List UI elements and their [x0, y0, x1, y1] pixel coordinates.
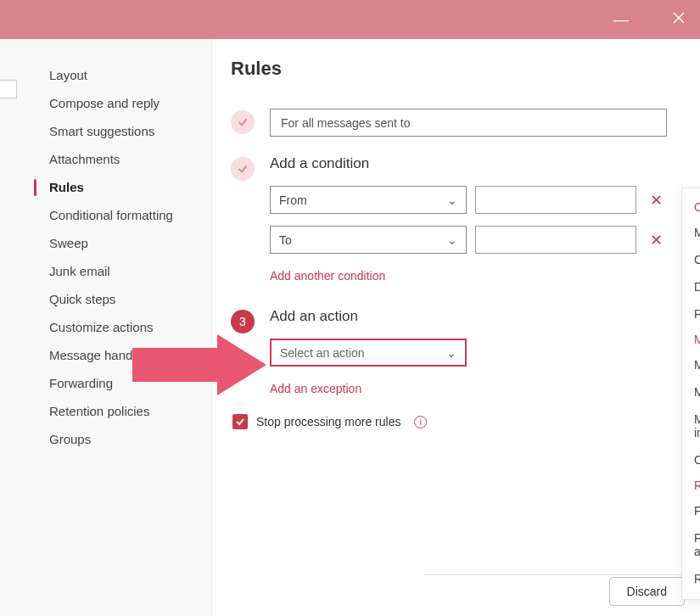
window-titlebar: — — [0, 0, 700, 39]
settings-sidebar: LayoutCompose and replySmart suggestions… — [0, 39, 212, 616]
sidebar-item[interactable]: Retention policies — [39, 397, 211, 425]
page-title: Rules — [231, 58, 680, 80]
remove-condition-icon[interactable]: ✕ — [650, 191, 663, 210]
menu-group-header: Mark message — [682, 328, 700, 351]
menu-option[interactable]: Copy to — [682, 246, 700, 273]
condition-row: From ⌄ ✕ — [270, 186, 680, 214]
chevron-down-icon: ⌄ — [446, 346, 456, 360]
dialog-footer: Discard — [609, 577, 685, 606]
stop-processing-checkbox[interactable] — [232, 414, 248, 429]
sidebar-item[interactable]: Junk email — [39, 257, 211, 285]
add-exception-link[interactable]: Add an exception — [270, 382, 361, 395]
sidebar-item[interactable]: Smart suggestions — [39, 117, 211, 145]
sidebar-item[interactable]: Message handling — [39, 341, 211, 369]
menu-option[interactable]: Mark as read — [682, 351, 700, 378]
discard-button[interactable]: Discard — [609, 577, 685, 606]
sidebar-item[interactable]: Customize actions — [39, 313, 211, 341]
remove-condition-icon[interactable]: ✕ — [650, 231, 663, 249]
menu-option[interactable]: Pin to top — [682, 300, 700, 328]
step-scope — [231, 109, 680, 137]
step-check-icon — [231, 110, 255, 134]
scope-input[interactable] — [270, 109, 667, 137]
step-number-badge: 3 — [231, 310, 255, 333]
sidebar-item[interactable]: Sweep — [39, 229, 211, 257]
step-title: Add a condition — [270, 155, 680, 172]
step-action: 3 Add an action Select an action ⌄ Add a… — [231, 308, 680, 395]
sidebar-item[interactable]: Conditional formatting — [39, 201, 211, 229]
step-condition: Add a condition From ⌄ ✕ To ⌄ ✕ — [231, 155, 680, 283]
menu-group-header: Route — [682, 473, 700, 497]
info-icon[interactable]: i — [414, 416, 427, 428]
close-icon[interactable] — [673, 12, 685, 27]
sidebar-item[interactable]: Rules — [39, 173, 211, 201]
stop-processing-label: Stop processing more rules — [256, 415, 400, 428]
menu-option[interactable]: Mark with importance — [682, 406, 700, 446]
menu-option[interactable]: Forward to — [682, 497, 700, 524]
sidebar-item[interactable]: Forwarding — [39, 369, 211, 397]
rules-pane: Rules Add a condition From ⌄ — [212, 39, 700, 616]
sidebar-item[interactable]: Compose and reply — [39, 89, 211, 117]
action-placeholder: Select an action — [280, 346, 365, 360]
sidebar-item[interactable]: Layout — [39, 61, 211, 89]
menu-group-header: Organize — [682, 195, 700, 219]
action-select[interactable]: Select an action ⌄ — [270, 339, 467, 367]
condition-label: To — [279, 233, 292, 247]
step-check-icon — [231, 157, 255, 181]
chevron-down-icon: ⌄ — [447, 233, 457, 247]
add-condition-link[interactable]: Add another condition — [270, 269, 385, 283]
menu-option[interactable]: Move to — [682, 219, 700, 246]
minimize-icon[interactable]: — — [613, 11, 629, 29]
menu-option[interactable]: Categorize — [682, 446, 700, 473]
sidebar-item[interactable]: Attachments — [39, 145, 211, 173]
condition-label: From — [279, 193, 307, 207]
menu-option[interactable]: Mark as Junk — [682, 378, 700, 406]
menu-option[interactable]: Delete — [682, 273, 700, 300]
action-dropdown-menu: OrganizeMove toCopy toDeletePin to topMa… — [681, 188, 700, 600]
condition-value-input[interactable] — [475, 226, 636, 254]
partial-input[interactable] — [0, 80, 17, 98]
footer-divider — [424, 574, 700, 575]
condition-value-input[interactable] — [475, 186, 636, 214]
step-title: Add an action — [270, 308, 680, 325]
sidebar-item[interactable]: Quick steps — [39, 285, 211, 313]
chevron-down-icon: ⌄ — [447, 193, 457, 207]
menu-option[interactable]: Redirect to — [682, 565, 700, 592]
condition-row: To ⌄ ✕ — [270, 226, 680, 254]
stop-processing-row: Stop processing more rules i — [232, 414, 680, 429]
sidebar-item[interactable]: Groups — [39, 425, 211, 453]
condition-select-to[interactable]: To ⌄ — [270, 226, 467, 254]
menu-option[interactable]: Forward as attachment — [682, 524, 700, 565]
condition-select-from[interactable]: From ⌄ — [270, 186, 467, 214]
